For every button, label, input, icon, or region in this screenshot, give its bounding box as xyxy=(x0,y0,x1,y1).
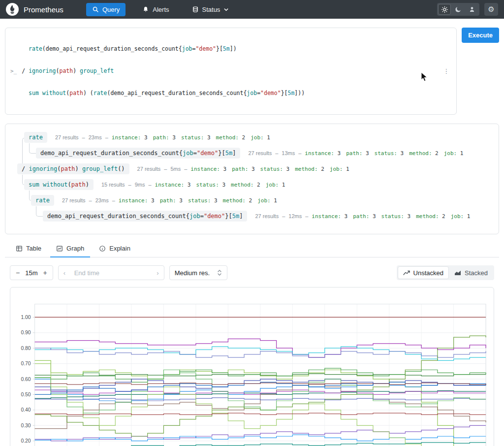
moon-icon xyxy=(455,6,462,13)
code-token: ) xyxy=(121,165,125,172)
label-name: status: xyxy=(260,166,283,172)
label-cardinality: instance: 3 xyxy=(112,134,148,141)
code-token: = xyxy=(200,213,204,220)
query-editor: >_ rate(demo_api_request_duration_second… xyxy=(5,28,499,115)
range-value[interactable]: 15m xyxy=(25,269,37,277)
range-increase-button[interactable]: + xyxy=(43,269,47,277)
code-token: { xyxy=(179,45,182,52)
graph-canvas[interactable]: 1.000.900.800.700.600.500.400.300.200.10… xyxy=(14,291,490,446)
code-token xyxy=(22,90,29,96)
info-icon xyxy=(99,245,106,252)
separator: – xyxy=(89,197,92,203)
label-cardinality: status: 3 xyxy=(375,150,404,157)
settings-button[interactable]: ⚙ xyxy=(484,3,498,16)
svg-text:0.80: 0.80 xyxy=(21,346,31,351)
code-token: path xyxy=(59,67,73,74)
code-token: ] xyxy=(230,45,233,52)
svg-text:0.30: 0.30 xyxy=(21,423,31,428)
top-navbar: Prometheus Query Alerts Status xyxy=(0,0,504,19)
label-name: status: xyxy=(188,197,211,204)
code-token: path xyxy=(69,90,83,96)
code-token xyxy=(79,165,82,172)
nav-item-status[interactable]: Status xyxy=(186,3,235,16)
separator: – xyxy=(282,213,285,219)
label-cardinality: job: 1 xyxy=(451,213,471,220)
tab-graph[interactable]: Graph xyxy=(50,240,90,257)
query-input[interactable]: >_ rate(demo_api_request_duration_second… xyxy=(5,28,457,115)
label-name: method: xyxy=(416,213,439,220)
separator: – xyxy=(128,182,131,188)
code-token: sum xyxy=(29,90,39,96)
label-name: path: xyxy=(346,150,362,157)
label-count: 3 xyxy=(176,197,183,204)
code-token: sum xyxy=(29,181,39,188)
label-name: job: xyxy=(330,166,343,172)
theme-auto-button[interactable] xyxy=(466,4,478,15)
tab-table[interactable]: Table xyxy=(10,240,47,257)
label-count: 3 xyxy=(148,197,154,204)
resolution-value: Medium res. xyxy=(175,269,210,277)
label-count: 1 xyxy=(279,182,285,188)
tree-node-row: / ignoring(path) group_left()27 results–… xyxy=(17,163,492,174)
graph-icon xyxy=(56,245,63,252)
tree-node[interactable]: demo_api_request_duration_seconds_count{… xyxy=(36,148,240,159)
code-token: without xyxy=(43,181,68,188)
label-name: status: xyxy=(181,134,204,141)
promql-expression[interactable]: rate(demo_api_request_duration_seconds_c… xyxy=(22,31,441,112)
label-count: 3 xyxy=(184,182,190,188)
time-forward-button[interactable]: › xyxy=(157,269,158,277)
label-name: instance: xyxy=(312,213,341,220)
code-token: ) xyxy=(301,90,305,96)
nav-item-alerts[interactable]: Alerts xyxy=(136,3,175,16)
code-token: "demo" xyxy=(260,90,281,96)
label-name: method: xyxy=(409,150,432,157)
tree-node[interactable]: rate xyxy=(24,132,47,143)
label-cardinality: method: 2 xyxy=(231,182,260,188)
time-back-button[interactable]: ‹ xyxy=(63,269,65,277)
label-name: instance: xyxy=(112,134,141,141)
label-count: 2 xyxy=(239,134,245,141)
node-stats: 27 results–5ms–instance: 3path: 3status:… xyxy=(137,166,351,172)
label-count: 3 xyxy=(219,182,225,188)
label-name: status: xyxy=(196,182,219,188)
tab-explain[interactable]: Explain xyxy=(93,240,136,257)
label-name: job: xyxy=(257,197,271,204)
end-time-input[interactable] xyxy=(74,269,148,277)
resolution-select[interactable]: Medium res. xyxy=(169,265,227,280)
separator: – xyxy=(82,134,85,140)
theme-dark-button[interactable] xyxy=(452,4,465,15)
code-token: } xyxy=(281,90,284,96)
unstacked-button[interactable]: Unstacked xyxy=(398,266,449,279)
result-count: 27 results xyxy=(55,134,79,140)
label-name: job: xyxy=(251,134,264,141)
tree-node[interactable]: sum without(path) xyxy=(24,179,94,190)
tab-label: Table xyxy=(26,245,41,252)
code-token: "demo" xyxy=(195,45,216,52)
nav-item-query[interactable]: Query xyxy=(86,3,126,16)
code-token xyxy=(22,45,29,52)
execute-button[interactable]: Execute xyxy=(462,28,499,43)
query-options-menu[interactable]: ⋮ xyxy=(441,67,451,75)
tree-node[interactable]: / ignoring(path) group_left() xyxy=(17,163,129,174)
code-token: = xyxy=(193,150,197,157)
code-token: ) xyxy=(75,165,78,172)
user-icon xyxy=(469,6,475,13)
eval-time: 12ms xyxy=(288,213,302,219)
tree-node[interactable]: rate xyxy=(31,195,54,206)
label-count: 3 xyxy=(334,150,341,157)
label-cardinality: instance: 3 xyxy=(305,150,341,157)
table-icon xyxy=(16,245,23,252)
eval-time: 5ms xyxy=(170,166,181,172)
label-cardinality: job: 1 xyxy=(266,182,285,188)
brand[interactable]: Prometheus xyxy=(6,3,63,16)
label-cardinality: status: 3 xyxy=(196,182,225,188)
label-cardinality: path: 3 xyxy=(353,213,376,220)
nav-item-label: Status xyxy=(202,6,220,13)
range-decrease-button[interactable]: − xyxy=(16,269,20,277)
node-stats: 27 results–12ms–instance: 3path: 3status… xyxy=(255,213,472,220)
code-token: 5m xyxy=(223,45,230,52)
theme-light-button[interactable] xyxy=(438,4,451,15)
code-token: } xyxy=(218,150,221,157)
tree-node[interactable]: demo_api_request_duration_seconds_count{… xyxy=(43,211,247,222)
stacked-button[interactable]: Stacked xyxy=(449,266,493,279)
